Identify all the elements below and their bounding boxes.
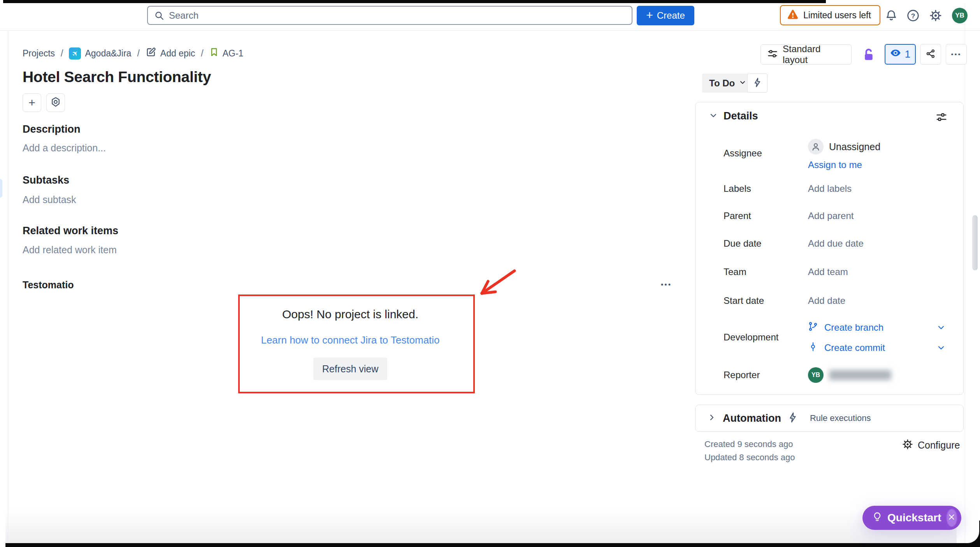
help-button[interactable]: ?	[906, 9, 920, 23]
team-field[interactable]: Add team	[808, 266, 848, 277]
collapsed-sidebar-peek[interactable]	[0, 179, 2, 198]
share-icon	[926, 49, 936, 60]
gear-icon	[902, 439, 913, 451]
user-avatar[interactable]: YB	[952, 8, 968, 23]
gear-icon	[929, 9, 942, 23]
breadcrumb-add-epic[interactable]: Add epic	[146, 47, 195, 60]
share-button[interactable]	[920, 44, 941, 65]
add-related-work-item[interactable]: Add related work item	[23, 244, 117, 256]
right-border	[965, 3, 965, 543]
description-heading: Description	[23, 123, 81, 135]
commit-icon	[808, 342, 818, 354]
branch-chevron-down-icon[interactable]	[936, 323, 946, 333]
branch-icon	[808, 321, 818, 334]
testomatio-error-panel: Oops! No project is linked. Learn how to…	[240, 296, 461, 392]
annotation-red-box: Oops! No project is linked. Learn how to…	[238, 295, 475, 393]
bell-icon	[885, 9, 897, 23]
status-dropdown[interactable]: To Do	[702, 74, 753, 93]
plus-icon: +	[28, 96, 35, 109]
create-branch-link[interactable]: Create branch	[808, 321, 883, 334]
watch-count: 1	[905, 48, 910, 60]
breadcrumb-issue-key[interactable]: AG-1	[209, 47, 244, 59]
details-settings-button[interactable]	[935, 111, 948, 123]
header-divider	[0, 30, 980, 31]
lightbulb-icon	[872, 512, 883, 524]
breadcrumb-project[interactable]: ✈ Agoda&Jira	[69, 47, 131, 60]
quickstart-close-button[interactable]	[946, 508, 958, 527]
chevron-right-icon	[707, 413, 717, 424]
global-search[interactable]	[147, 6, 632, 25]
unassigned-avatar-icon	[808, 139, 824, 154]
settings-button[interactable]	[929, 9, 943, 23]
page-bottom-fade	[5, 510, 964, 543]
parent-field[interactable]: Add parent	[808, 210, 854, 221]
automation-panel[interactable]: Automation Rule executions	[695, 405, 964, 432]
chevron-down-icon	[709, 111, 718, 122]
more-actions-button[interactable]: •••	[946, 44, 967, 65]
updated-timestamp: Updated 8 seconds ago	[704, 452, 795, 463]
close-icon	[947, 513, 956, 523]
reporter-name-redacted	[829, 370, 891, 380]
edit-icon	[146, 47, 156, 60]
due-date-label: Due date	[724, 238, 761, 249]
testomatio-more-button[interactable]: •••	[657, 278, 676, 292]
team-label: Team	[724, 266, 746, 277]
create-commit-link[interactable]: Create commit	[808, 342, 885, 354]
apps-hexagon-icon	[50, 96, 61, 109]
project-avatar-icon: ✈	[69, 47, 81, 60]
window-bottom-edge	[5, 543, 980, 547]
standard-layout-button[interactable]: Standard layout	[760, 44, 852, 65]
chevron-down-icon	[739, 79, 746, 88]
labels-label: Labels	[724, 183, 751, 194]
related-work-heading: Related work items	[23, 225, 118, 237]
commit-chevron-down-icon[interactable]	[936, 343, 946, 353]
reporter-field[interactable]: YB	[808, 367, 891, 383]
apps-button[interactable]	[46, 93, 65, 112]
window-corner-mask	[957, 520, 979, 543]
subtasks-heading: Subtasks	[23, 174, 69, 186]
watchers-button[interactable]: 1	[885, 44, 916, 65]
created-timestamp: Created 9 seconds ago	[704, 439, 793, 449]
assignee-field[interactable]: Unassigned	[808, 139, 880, 154]
testomatio-heading: Testomatio	[23, 279, 74, 291]
window-top-edge	[3, 0, 826, 3]
rule-executions-label: Rule executions	[810, 413, 871, 423]
quickstart-button[interactable]: Quickstart	[862, 506, 961, 530]
create-button[interactable]: + Create	[637, 6, 694, 25]
notifications-button[interactable]	[884, 9, 898, 23]
due-date-field[interactable]: Add due date	[808, 238, 864, 249]
assign-to-me-link[interactable]: Assign to me	[808, 160, 862, 170]
scrollbar-thumb[interactable]	[972, 215, 978, 270]
plus-icon: +	[646, 9, 653, 21]
layout-sliders-icon	[767, 48, 778, 61]
breadcrumb: Projects / ✈ Agoda&Jira / Add epic / AG-…	[23, 47, 243, 60]
start-date-label: Start date	[724, 295, 764, 306]
bookmark-icon	[209, 47, 219, 59]
reporter-avatar: YB	[808, 367, 824, 383]
unlocked-lock-icon[interactable]	[861, 46, 876, 64]
start-date-field[interactable]: Add date	[808, 295, 845, 306]
search-icon	[154, 11, 164, 21]
lightning-icon	[787, 412, 798, 424]
limited-users-button[interactable]: Limited users left	[780, 5, 880, 25]
refresh-view-button[interactable]: Refresh view	[313, 358, 387, 380]
labels-field[interactable]: Add labels	[808, 183, 852, 194]
connect-help-link[interactable]: Learn how to connect Jira to Testomatio	[240, 334, 461, 346]
page-title[interactable]: Hotel Search Functionality	[23, 68, 211, 86]
question-circle-icon: ?	[907, 9, 919, 23]
breadcrumb-projects[interactable]: Projects	[23, 48, 55, 59]
automation-quick-button[interactable]	[747, 74, 767, 93]
search-input[interactable]	[169, 10, 625, 21]
warning-icon	[787, 9, 799, 22]
add-subtask[interactable]: Add subtask	[23, 194, 76, 205]
description-placeholder[interactable]: Add a description...	[23, 142, 106, 154]
lightning-icon	[752, 77, 762, 89]
reporter-label: Reporter	[724, 370, 760, 380]
configure-button[interactable]: Configure	[902, 439, 960, 451]
development-label: Development	[724, 332, 778, 343]
assignee-label: Assignee	[724, 148, 762, 159]
details-collapse-toggle[interactable]: Details	[709, 110, 758, 122]
ellipsis-icon: •••	[951, 51, 962, 58]
add-content-button[interactable]: +	[23, 93, 41, 112]
annotation-arrow	[471, 268, 518, 301]
